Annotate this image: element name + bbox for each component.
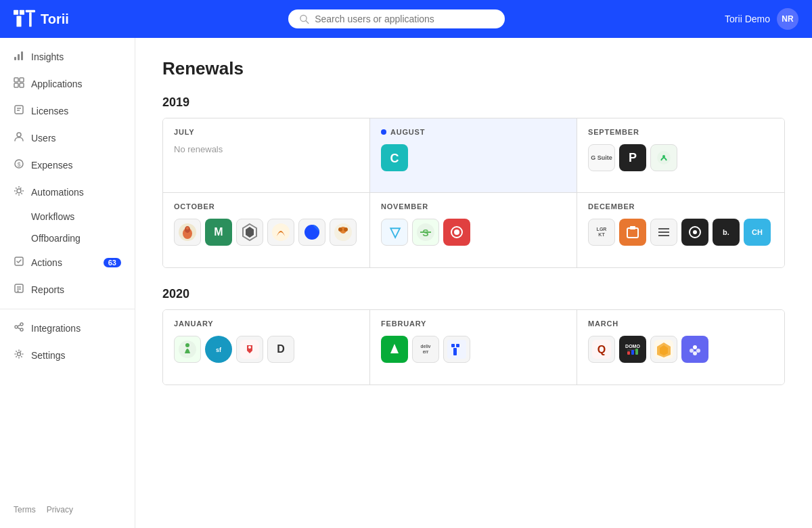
app-icon-vend[interactable]	[650, 336, 677, 363]
svg-point-102	[690, 349, 694, 353]
svg-rect-60	[630, 226, 635, 229]
app-icon-torii[interactable]	[443, 336, 470, 363]
sidebar-label-applications: Applications	[31, 79, 83, 89]
month-label-november: NOVEMBER	[381, 202, 428, 211]
cal-cell-august: AUGUST C	[370, 118, 577, 193]
app-icon-bugsnag[interactable]	[236, 336, 263, 363]
month-header-march: MARCH	[588, 320, 773, 328]
cal-cell-october: OCTOBER M	[163, 193, 370, 267]
header: Torii Torii Demo NR	[0, 0, 812, 38]
app-icon-chargify[interactable]: CH	[744, 219, 771, 246]
svg-rect-9	[21, 51, 23, 60]
app-icon-pagerduty[interactable]	[381, 336, 408, 363]
cal-cell-december: DECEMBER LGRKT b.	[577, 193, 784, 267]
svg-text:b.: b.	[723, 228, 729, 236]
svg-point-67	[693, 230, 697, 234]
app-icon-filter[interactable]: ▽	[381, 219, 408, 246]
svg-text:DOMO: DOMO	[625, 344, 640, 349]
svg-rect-86	[451, 344, 455, 347]
app-icon-craft[interactable]: C	[381, 144, 408, 171]
search-bar[interactable]	[288, 9, 505, 28]
svg-rect-8	[18, 54, 20, 60]
search-input[interactable]	[315, 14, 494, 24]
app-icons-january: sf D	[174, 336, 359, 363]
sidebar-item-reports[interactable]: Reports	[0, 276, 135, 303]
app-icon-bugsee[interactable]: b.	[713, 219, 740, 246]
actions-badge: 63	[104, 258, 121, 267]
cal-cell-february: FEBRUARY deliverr	[370, 310, 577, 384]
sidebar-sub-item-offboarding[interactable]: Offboarding	[0, 227, 135, 249]
svg-rect-7	[14, 57, 16, 60]
app-icon-deliverr[interactable]: deliverr	[412, 336, 439, 363]
app-icon-mural[interactable]: M	[205, 219, 232, 246]
settings-icon	[14, 349, 24, 362]
app-icon-hex[interactable]	[236, 219, 263, 246]
avatar[interactable]: NR	[777, 8, 798, 30]
app-icon-redu[interactable]	[650, 219, 677, 246]
sidebar-item-actions[interactable]: Actions 63	[0, 249, 135, 276]
sidebar-sub-item-workflows[interactable]: Workflows	[0, 206, 135, 227]
month-label-july: JULY	[174, 128, 194, 136]
year-2019: 2019	[162, 95, 785, 110]
svg-text:KT: KT	[598, 232, 605, 237]
app-icon-logrocket[interactable]: LGRKT	[588, 219, 615, 246]
app-icons-november: ▽ S	[381, 219, 566, 246]
app-icon-quora[interactable]: Q	[588, 336, 615, 363]
svg-rect-87	[456, 344, 459, 347]
sidebar-item-insights[interactable]: Insights	[0, 43, 135, 70]
app-icon-arc[interactable]	[298, 219, 325, 246]
app-icon-abstracto[interactable]	[267, 219, 294, 246]
svg-point-39	[186, 227, 189, 229]
sidebar-item-automations[interactable]: Automations	[0, 179, 135, 206]
svg-text:D: D	[277, 343, 285, 355]
sidebar-item-applications[interactable]: Applications	[0, 70, 135, 97]
app-icon-gsuite[interactable]: G Suite	[588, 144, 615, 171]
sidebar-item-users[interactable]: Users	[0, 125, 135, 152]
svg-text:CH: CH	[752, 228, 763, 236]
app-icon-simplecast[interactable]	[681, 219, 708, 246]
actions-icon	[14, 256, 24, 269]
app-icon-chartmogul[interactable]	[443, 219, 470, 246]
sidebar-label-actions: Actions	[31, 257, 62, 268]
app-icon-box[interactable]	[619, 219, 646, 246]
svg-point-73	[185, 343, 189, 347]
app-icon-hootsuite[interactable]	[330, 219, 357, 246]
no-renewals-july: No renewals	[174, 144, 359, 154]
svg-rect-3	[26, 10, 35, 13]
content-area: Renewals 2019 JULY No renewals AUGUST C	[135, 38, 812, 528]
app-icon-blossomio[interactable]	[681, 336, 708, 363]
svg-point-77	[248, 346, 251, 349]
app-icon-papericon[interactable]: P	[619, 144, 646, 171]
app-icon-dashlane[interactable]: D	[267, 336, 294, 363]
svg-line-30	[18, 328, 20, 329]
app-icon-gobble[interactable]	[174, 219, 201, 246]
svg-rect-1	[20, 10, 24, 15]
app-icon-strikethrough[interactable]: S	[412, 219, 439, 246]
svg-text:sf: sf	[216, 347, 222, 353]
month-label-december: DECEMBER	[588, 202, 635, 211]
svg-rect-14	[15, 106, 23, 114]
sidebar-item-integrations[interactable]: Integrations	[0, 315, 135, 342]
cal-cell-september: SEPTEMBER G Suite P	[577, 118, 784, 193]
app-icon-domo[interactable]: DOMO	[619, 336, 646, 363]
cal-cell-november: NOVEMBER ▽ S	[370, 193, 577, 267]
svg-text:err: err	[423, 349, 429, 354]
app-icon-opsgenie[interactable]	[174, 336, 201, 363]
search-icon	[299, 14, 309, 24]
svg-line-6	[307, 21, 309, 24]
month-header-october: OCTOBER	[174, 202, 359, 211]
logo-text: Torii	[41, 12, 69, 27]
app-icon-salesforce[interactable]: sf	[205, 336, 232, 363]
logo[interactable]: Torii	[14, 9, 69, 28]
licenses-icon	[14, 104, 24, 118]
sidebar-item-settings[interactable]: Settings	[0, 342, 135, 369]
svg-point-17	[17, 133, 21, 137]
terms-link[interactable]: Terms	[14, 505, 36, 514]
svg-point-28	[20, 328, 23, 331]
sidebar-item-expenses[interactable]: $ Expenses	[0, 152, 135, 179]
svg-rect-91	[623, 340, 642, 359]
svg-text:C: C	[390, 152, 399, 165]
privacy-link[interactable]: Privacy	[47, 505, 73, 514]
sidebar-item-licenses[interactable]: Licenses	[0, 97, 135, 125]
app-icon-evernote[interactable]	[650, 144, 677, 171]
